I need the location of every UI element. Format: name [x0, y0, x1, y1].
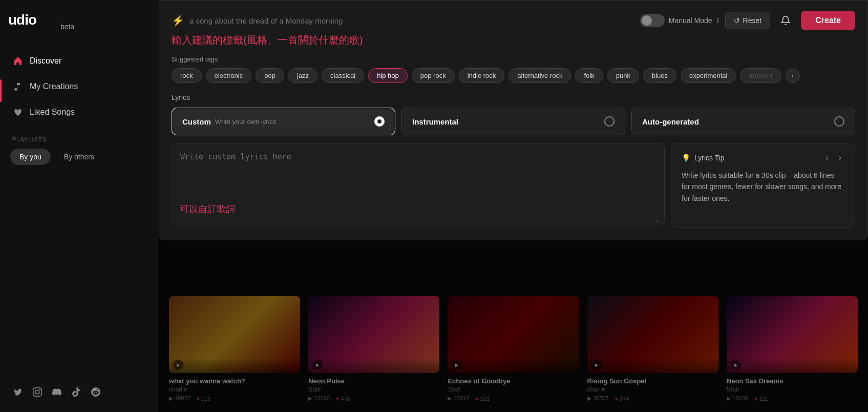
lyrics-tip-text: Write lyrics suitable for a 30s clip – a…: [682, 170, 844, 204]
lyrics-textarea-wrap: 可以自訂歌詞 ⤡: [172, 143, 665, 228]
tip-next-button[interactable]: ›: [836, 152, 844, 163]
logo-beta-label: beta: [60, 23, 74, 31]
auto-label: Auto-generated: [642, 117, 699, 126]
tab-by-others[interactable]: By others: [55, 149, 103, 165]
lyrics-option-auto[interactable]: Auto-generated: [631, 108, 855, 135]
lyrics-tip-panel: 💡 Lyrics Tip ‹ › Write lyrics suitable f…: [671, 143, 855, 228]
create-panel: ⚡ Manual Mode ℹ ↺ Reset Create: [159, 0, 868, 240]
tag-chip-rock[interactable]: rock: [172, 68, 202, 83]
lyrics-tip-header: 💡 Lyrics Tip ‹ ›: [682, 152, 844, 163]
tab-by-you[interactable]: By you: [10, 149, 51, 165]
reddit-icon[interactable]: [90, 386, 101, 398]
sidebar: udio beta Discover My Creations Liked So…: [0, 0, 159, 412]
chinese-subtitle: 輸入建議的標籤(風格、一首關於什麼的歌): [172, 33, 855, 47]
bolt-icon: ⚡: [172, 14, 184, 27]
heart-icon: [12, 107, 24, 118]
social-footer: [8, 382, 151, 402]
lyrics-content-row: 可以自訂歌詞 ⤡ 💡 Lyrics Tip ‹ › Write lyrics s…: [172, 143, 855, 228]
tags-row: rock electronic pop jazz classical hip h…: [172, 68, 855, 83]
custom-subtitle: Write your own lyrics: [215, 118, 277, 126]
tag-chip-classical[interactable]: classical: [322, 68, 364, 83]
prompt-input[interactable]: [189, 16, 640, 25]
tags-next-arrow[interactable]: ›: [786, 69, 800, 83]
tiktok-icon[interactable]: [71, 386, 82, 398]
bulb-icon: 💡: [682, 154, 690, 162]
manual-mode-group: Manual Mode ℹ: [640, 14, 719, 27]
custom-radio: [374, 116, 385, 127]
logo-text: udio: [8, 10, 54, 33]
discover-label: Discover: [30, 56, 61, 66]
manual-mode-label: Manual Mode: [669, 16, 712, 25]
tag-chip-punk[interactable]: punk: [607, 68, 639, 83]
lyrics-tip-title: 💡 Lyrics Tip: [682, 154, 725, 162]
tag-chip-indie-rock[interactable]: indie rock: [459, 68, 505, 83]
logo: udio beta: [8, 10, 151, 33]
playlists-label: PLAYLISTS: [12, 136, 146, 142]
auto-radio: [834, 116, 844, 127]
suggested-tags-label: Suggested tags: [172, 55, 855, 63]
tag-chip-blues[interactable]: blues: [643, 68, 676, 83]
discord-icon[interactable]: [51, 386, 62, 398]
tag-chip-pop-rock[interactable]: pop rock: [412, 68, 455, 83]
lyrics-option-custom[interactable]: Custom Write your own lyrics: [172, 108, 395, 135]
lyrics-options: Custom Write your own lyrics Instrumenta…: [172, 108, 855, 135]
tag-chip-jazz[interactable]: jazz: [288, 68, 317, 83]
music-icon: [12, 81, 24, 92]
twitter-icon[interactable]: [12, 386, 24, 398]
instrumental-label: Instrumental: [412, 117, 458, 126]
tip-prev-button[interactable]: ‹: [822, 152, 831, 163]
sidebar-item-liked-songs[interactable]: Liked Songs: [8, 100, 151, 124]
lyrics-label: Lyrics: [172, 93, 855, 101]
tag-chip-pop[interactable]: pop: [256, 68, 284, 83]
tag-chip-alternative-rock[interactable]: alternative rock: [509, 68, 571, 83]
instagram-icon[interactable]: [32, 386, 43, 398]
playlist-tabs: By you By others: [8, 149, 151, 165]
reset-button[interactable]: ↺ Reset: [725, 12, 771, 29]
svg-text:udio: udio: [8, 12, 37, 28]
notification-icon[interactable]: [776, 11, 795, 30]
resize-handle[interactable]: ⤡: [655, 218, 662, 224]
panel-actions: Manual Mode ℹ ↺ Reset Create: [640, 11, 855, 30]
tag-chip-ambient[interactable]: ambient: [740, 68, 781, 83]
sidebar-item-my-creations[interactable]: My Creations: [8, 75, 151, 98]
info-icon[interactable]: ℹ: [716, 16, 719, 25]
tip-nav: ‹ ›: [822, 152, 844, 163]
lyrics-textarea[interactable]: [172, 143, 665, 225]
chinese-lyrics: 可以自訂歌詞: [180, 203, 235, 215]
tag-chip-hip-hop[interactable]: hip hop: [368, 68, 408, 83]
home-icon: [12, 55, 24, 67]
liked-songs-label: Liked Songs: [30, 108, 75, 117]
main-area: ▶ what you wanna watch? charlie 19977 11…: [159, 0, 868, 412]
custom-label: Custom: [182, 117, 211, 126]
my-creations-label: My Creations: [30, 82, 78, 91]
tag-chip-folk[interactable]: folk: [575, 68, 603, 83]
manual-mode-toggle[interactable]: [640, 14, 665, 27]
instrumental-radio: [604, 116, 615, 127]
prompt-row: ⚡: [172, 14, 640, 27]
active-indicator: [0, 79, 2, 102]
tag-chip-experimental[interactable]: experimental: [681, 68, 736, 83]
create-button[interactable]: Create: [801, 11, 855, 30]
reset-icon: ↺: [734, 16, 740, 25]
tag-chip-electronic[interactable]: electronic: [206, 68, 252, 83]
lyrics-option-instrumental[interactable]: Instrumental: [401, 108, 625, 135]
sidebar-item-discover[interactable]: Discover: [8, 49, 151, 73]
